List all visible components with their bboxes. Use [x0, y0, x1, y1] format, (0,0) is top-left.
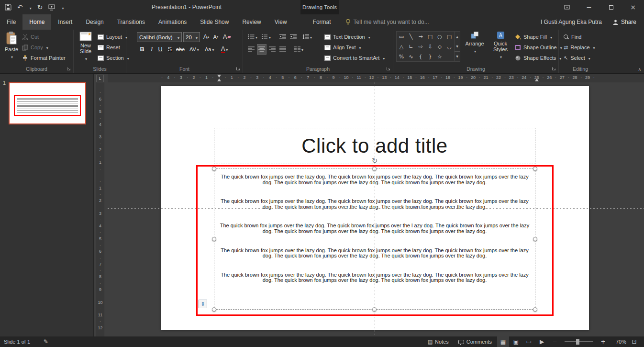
restore-button[interactable]	[600, 0, 622, 14]
slideshow-button[interactable]: ▶	[536, 336, 548, 347]
gallery-up-icon[interactable]: ▲	[455, 32, 460, 41]
slide-thumbnail[interactable]	[9, 82, 86, 124]
cut-button[interactable]: Cut	[22, 32, 39, 42]
shape-effects-button[interactable]: Shape Effects	[515, 53, 561, 63]
numbering-button[interactable]	[260, 32, 272, 42]
fit-to-window-button[interactable]: ⊡	[628, 336, 640, 347]
tab-view[interactable]: View	[268, 14, 294, 30]
text-shadow-button[interactable]: S	[166, 45, 174, 54]
shape-brace-left[interactable]: {	[416, 52, 425, 62]
tab-insert[interactable]: Insert	[51, 14, 79, 30]
hanging-indent-marker[interactable]	[217, 78, 221, 81]
tab-review[interactable]: Review	[235, 14, 267, 30]
decrease-indent-button[interactable]	[278, 32, 287, 42]
change-case-button[interactable]: Aa	[204, 45, 215, 54]
shape-block-arrow-down[interactable]: ⇩	[425, 42, 435, 52]
zoom-slider[interactable]	[565, 341, 593, 342]
notes-button[interactable]: ▤ Notes	[423, 336, 453, 347]
share-button[interactable]: Share	[612, 19, 636, 25]
minimize-button[interactable]: −	[578, 0, 600, 14]
close-button[interactable]: ×	[622, 0, 644, 14]
tellme-box[interactable]: Tell me what you want to do...	[345, 14, 429, 30]
shape-rounded-rectangle[interactable]: ▢	[444, 32, 454, 42]
gallery-more-icon[interactable]: ▼	[455, 51, 460, 61]
align-right-button[interactable]	[268, 45, 277, 54]
shape-outline-button[interactable]: Shape Outline	[515, 43, 562, 52]
tab-format[interactable]: Format	[306, 14, 338, 30]
new-slide-button[interactable]: New Slide	[75, 31, 97, 62]
repeat-icon[interactable]: ↻	[37, 4, 43, 11]
shape-oval[interactable]: ○	[435, 32, 444, 42]
shape-fill-button[interactable]: Shape Fill	[515, 32, 552, 42]
customize-quick-access-icon[interactable]	[61, 3, 64, 11]
comments-button[interactable]: Comments	[454, 336, 496, 347]
grow-font-button[interactable]: A	[202, 32, 211, 42]
text-direction-button[interactable]: Text Direction	[324, 32, 370, 42]
shrink-font-button[interactable]: A	[211, 32, 220, 42]
undo-icon[interactable]: ↶	[17, 4, 23, 11]
reset-button[interactable]: Reset	[98, 43, 120, 52]
copy-button[interactable]: Copy	[22, 43, 48, 52]
replace-button[interactable]: ⇄ Replace	[564, 43, 595, 52]
shape-star[interactable]: ☆	[435, 52, 444, 62]
strikethrough-button[interactable]: abc	[175, 45, 186, 54]
ribbon-display-options-button[interactable]	[556, 0, 578, 14]
shape-block-arrow-right[interactable]: ⇨	[416, 42, 425, 52]
tab-slide-show[interactable]: Slide Show	[193, 14, 235, 30]
collapse-ribbon-button[interactable]: ∧	[638, 67, 641, 72]
slide-canvas[interactable]: Click to add title The quick brown fox j…	[161, 86, 589, 330]
align-text-button[interactable]: Align Text	[324, 43, 361, 52]
shape-arc[interactable]: ◡	[444, 42, 454, 52]
paragraph-dialog-launcher[interactable]	[386, 67, 391, 71]
increase-indent-button[interactable]	[289, 32, 298, 42]
shape-line[interactable]: ╲	[406, 32, 416, 42]
slide-sorter-view-button[interactable]: ▣	[510, 336, 522, 347]
clear-formatting-button[interactable]: A	[222, 32, 232, 42]
underline-button[interactable]: U	[156, 45, 165, 54]
font-name-combo[interactable]: Calibri (Body)	[137, 32, 182, 42]
clipboard-dialog-launcher[interactable]	[67, 67, 71, 71]
layout-button[interactable]: Layout	[98, 32, 127, 42]
bullets-button[interactable]	[247, 32, 258, 42]
zoom-in-button[interactable]: +	[597, 336, 609, 347]
tab-transitions[interactable]: Transitions	[111, 14, 152, 30]
red-highlight-rectangle[interactable]	[196, 165, 554, 316]
zoom-out-button[interactable]: −	[549, 336, 561, 347]
tab-file[interactable]: File	[0, 14, 22, 30]
line-spacing-button[interactable]	[301, 32, 313, 42]
align-center-button[interactable]	[257, 45, 266, 54]
convert-to-smartart-button[interactable]: Convert to SmartArt	[324, 53, 385, 63]
shape-percent[interactable]: %	[397, 52, 406, 62]
save-icon[interactable]	[5, 4, 11, 11]
shape-brace-right[interactable]: }	[425, 52, 435, 62]
drawing-dialog-launcher[interactable]	[552, 67, 556, 71]
justify-button[interactable]	[278, 45, 287, 54]
first-line-indent-marker[interactable]	[217, 75, 221, 78]
gallery-down-icon[interactable]: ▼	[455, 41, 460, 51]
shape-right-angle[interactable]: ∟	[406, 42, 416, 52]
undo-dropdown-icon[interactable]	[29, 3, 32, 11]
format-painter-button[interactable]: Format Painter	[22, 53, 66, 63]
section-button[interactable]: Section	[98, 53, 129, 63]
normal-view-button[interactable]: ▦	[497, 336, 509, 347]
tab-type-selector[interactable]: L	[96, 75, 104, 82]
quick-styles-button[interactable]: Quick Styles	[488, 31, 513, 60]
reading-view-button[interactable]: ▭	[523, 336, 535, 347]
font-size-combo[interactable]: 20	[183, 32, 200, 42]
shape-diamond[interactable]: ◇	[435, 42, 444, 52]
tab-home[interactable]: Home	[22, 14, 51, 30]
shape-rectangle[interactable]: ▭	[397, 32, 406, 42]
shape-square[interactable]: □	[425, 32, 435, 42]
shape-line-arrow[interactable]: →	[416, 32, 425, 42]
columns-button[interactable]	[293, 45, 304, 54]
bold-button[interactable]: B	[138, 45, 146, 54]
character-spacing-button[interactable]: AV	[189, 45, 200, 54]
font-dialog-launcher[interactable]	[236, 67, 241, 71]
arrange-button[interactable]: Arrange	[463, 31, 486, 55]
shape-triangle[interactable]: △	[397, 42, 406, 52]
tab-design[interactable]: Design	[79, 14, 110, 30]
paste-button[interactable]: Paste	[2, 31, 21, 60]
align-left-button[interactable]	[247, 45, 255, 54]
zoom-slider-thumb[interactable]	[576, 339, 579, 345]
shape-curve[interactable]: ∿	[406, 52, 416, 62]
